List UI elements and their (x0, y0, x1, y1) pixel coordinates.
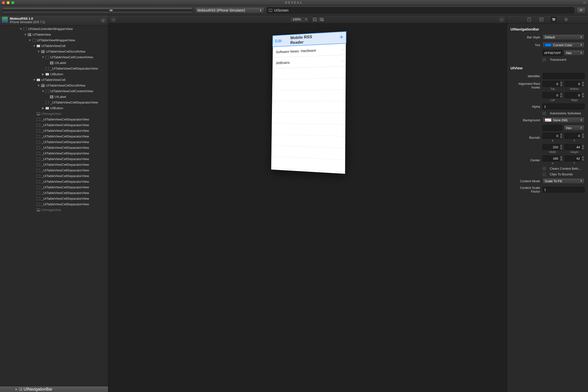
inset-bottom-input[interactable] (564, 81, 582, 87)
tree-row[interactable]: _UITableViewCellSeparatorView (0, 122, 108, 128)
tab-identity[interactable] (526, 16, 532, 22)
clears-checkbox[interactable]: ✓ (542, 167, 546, 170)
tree-row[interactable]: ▶UIButton (0, 105, 108, 111)
tree-row[interactable]: _UITableViewCellSeparatorView (0, 150, 108, 156)
inset-left-input[interactable] (542, 92, 560, 98)
identifier-input[interactable] (542, 73, 584, 79)
disclosure-triangle-icon[interactable]: ▶ (42, 107, 44, 110)
tint-hex-input[interactable] (542, 50, 562, 56)
translucent-checkbox[interactable]: ✓ (542, 58, 546, 62)
tree-row[interactable]: _UITableViewCellSeparatorView (0, 134, 108, 139)
stepper[interactable]: ▲▼ (560, 133, 563, 139)
stepper[interactable]: ▲▼ (581, 133, 584, 139)
collapse-left-button[interactable]: « (101, 18, 106, 23)
expand-left-button[interactable]: « (111, 17, 116, 22)
background-select[interactable]: None (Nil)▲▼ (542, 117, 584, 123)
alpha-input[interactable] (542, 104, 584, 110)
tree-row[interactable]: _UITableViewCellSeparatorView (0, 168, 108, 173)
center-x-input[interactable] (542, 156, 560, 161)
content-mode-select[interactable]: Scale To Fill▲▼ (542, 178, 584, 184)
disclosure-triangle-icon[interactable]: ▼ (29, 39, 31, 42)
tab-attributes[interactable] (551, 16, 557, 22)
tree-row[interactable]: AUILabel (0, 94, 108, 100)
tree-row[interactable]: ▼UITableViewCellContentView (0, 54, 108, 60)
tree-row[interactable]: _UITableViewCellSeparatorView (0, 116, 108, 122)
bounds-y-input[interactable] (564, 133, 582, 139)
bounds-w-input[interactable] (542, 144, 560, 150)
bar-style-select[interactable]: Default▲▼ (542, 34, 584, 40)
tree-row[interactable]: AUILabel (0, 60, 108, 66)
tree-row[interactable]: _UITableViewCellSeparatorView (0, 202, 108, 207)
tint-select[interactable]: Current Color▲▼ (542, 42, 584, 48)
tree-row[interactable]: ▼UIViewControllerWrapperView (0, 26, 108, 32)
disclosure-triangle-icon[interactable]: ▼ (42, 56, 44, 58)
disclosure-triangle-icon[interactable]: ▼ (20, 28, 22, 30)
tab-layout[interactable] (538, 16, 544, 22)
stepper[interactable]: ▲▼ (581, 81, 584, 87)
tree-row[interactable]: _UITableViewCellSeparatorView (0, 173, 108, 179)
inset-top-input[interactable] (542, 81, 560, 87)
tree-row[interactable]: _UITableViewCellSeparatorView (0, 139, 108, 145)
expand-right-button[interactable]: » (499, 17, 504, 22)
disclosure-triangle-icon[interactable]: ▼ (42, 90, 44, 92)
bg-hex-format-select[interactable]: Hex▲▼ (564, 125, 585, 131)
breadcrumb[interactable]: UIScreen (266, 7, 574, 14)
tree-row[interactable]: ▼UITableViewWrapperView (0, 38, 108, 43)
fullscreen-icon[interactable] (582, 1, 586, 4)
disclosure-triangle-icon[interactable]: ▼ (38, 50, 40, 53)
inset-right-input[interactable] (564, 92, 582, 98)
tree-row[interactable]: _UITableViewCellSeparatorView (0, 128, 108, 134)
tree-row[interactable]: _UITableViewCellSeparatorView (0, 145, 108, 150)
refresh-button[interactable]: ⟳ (577, 7, 585, 14)
disclosure-triangle-icon[interactable]: ▶ (15, 388, 18, 390)
mode-3d-button[interactable] (318, 16, 325, 22)
tree-row[interactable]: ▼UITableView (0, 32, 108, 38)
stepper[interactable]: ▲▼ (581, 144, 584, 150)
clips-checkbox[interactable] (542, 173, 546, 176)
disclosure-triangle-icon[interactable]: ▼ (38, 84, 40, 87)
tree-row[interactable]: _UITableViewCellSeparatorView (0, 156, 108, 162)
disclosure-triangle-icon[interactable]: ▼ (24, 33, 27, 36)
center-y-input[interactable] (564, 156, 582, 161)
stepper[interactable]: ▲▼ (560, 156, 563, 161)
bg-hex-input[interactable] (542, 125, 562, 131)
stepper[interactable]: ▲▼ (581, 156, 584, 161)
disclosure-triangle-icon[interactable]: ▼ (33, 78, 36, 81)
tree-row[interactable]: _UITableViewCellSeparatorView (0, 196, 108, 202)
close-icon[interactable] (2, 1, 5, 4)
tree-row-selected[interactable]: ▶UINavigationBar (0, 386, 108, 392)
hex-format-select[interactable]: Hex▲▼ (564, 50, 585, 56)
tab-layers[interactable] (563, 16, 569, 22)
tree-row[interactable]: _UITableViewCellSeparatorView (0, 66, 108, 71)
tree-row[interactable]: ▼UITableViewCell (0, 77, 108, 83)
stepper[interactable]: ▲▼ (560, 144, 563, 150)
tree-row[interactable]: _UITableViewCellSeparatorView (0, 100, 108, 105)
autoresizes-checkbox[interactable]: ✓ (542, 112, 546, 115)
tree-row[interactable]: _UITableViewCellSeparatorView (0, 190, 108, 196)
disclosure-triangle-icon[interactable]: ▼ (33, 44, 36, 47)
zoom-icon[interactable] (11, 1, 14, 4)
tree-row[interactable]: ▼UITableViewCellContentView (0, 88, 108, 94)
stepper[interactable]: ▲▼ (581, 92, 584, 98)
stepper[interactable]: ▲▼ (560, 81, 563, 87)
forward-button[interactable] (111, 7, 193, 14)
tree-row[interactable]: ▼UITableViewCell (0, 43, 108, 49)
disclosure-triangle-icon[interactable]: ▶ (42, 73, 44, 76)
stepper[interactable]: ▲▼ (560, 92, 563, 98)
sim-navbar[interactable]: Edit Mobile RSS Reader + (273, 32, 346, 47)
scale-factor-input[interactable] (542, 187, 584, 192)
canvas[interactable]: Edit Mobile RSS Reader + Software News: … (108, 24, 507, 392)
zoom-control[interactable]: 100% ▼ (290, 16, 309, 22)
tree-row[interactable]: _UITableViewCellSeparatorView (0, 162, 108, 168)
back-button[interactable] (3, 7, 111, 14)
tree-row[interactable]: ▶UIButton (0, 71, 108, 77)
tree-row[interactable]: _UITableViewCellSeparatorView (0, 179, 108, 184)
view-hierarchy-tree[interactable]: ▼UIViewControllerWrapperView▼UITableView… (0, 26, 108, 386)
mode-2d-button[interactable] (311, 16, 318, 22)
tree-row[interactable]: ▼UITableViewCellScrollView (0, 83, 108, 88)
tree-row[interactable]: UIImageView (0, 111, 108, 116)
bounds-h-input[interactable] (564, 144, 582, 150)
tree-row[interactable]: UIImageView (0, 207, 108, 213)
tree-row[interactable]: _UITableViewCellSeparatorView (0, 184, 108, 190)
minimize-icon[interactable] (7, 1, 10, 4)
